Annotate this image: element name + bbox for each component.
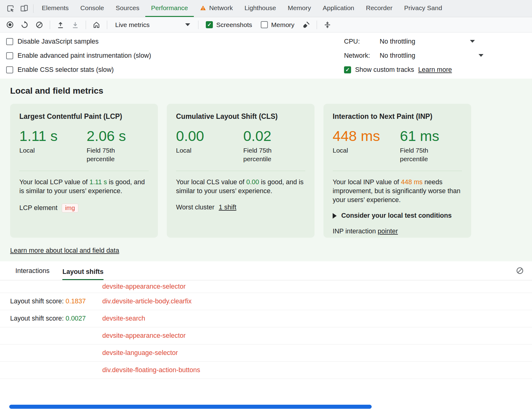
tab-label: Elements [42,4,69,12]
capture-settings-right: CPU: No throttling Network: No throttlin… [344,34,532,77]
load-profile-button[interactable] [54,18,67,31]
tab-elements[interactable]: Elements [36,0,75,17]
worst-cluster-label: Worst cluster [176,204,214,211]
layout-shift-row[interactable]: devsite-appearance-selector [0,280,532,293]
checkbox-unchecked-icon[interactable] [6,38,13,45]
shift-score-label: Layout shift score: [10,315,65,322]
learn-more-link[interactable]: Learn more [418,66,452,74]
shift-node-link[interactable]: devsite-language-selector [102,349,178,357]
chevron-down-icon [479,54,483,57]
network-throttling-row[interactable]: Network: No throttling [344,49,483,63]
download-icon [71,21,79,29]
checkbox-unchecked-icon[interactable] [261,21,268,28]
clear-icon [35,21,43,29]
record-button[interactable] [3,18,17,31]
shift-node-link[interactable]: div.devsite-floating-action-buttons [102,366,200,374]
reload-and-record-button[interactable] [18,18,31,31]
shift-score-value: 0.0027 [65,315,86,322]
layout-shift-row[interactable]: Layout shift score: 0.0027 devsite-searc… [0,310,532,327]
css-selector-stats-row[interactable]: Enable CSS selector stats (slow) [2,63,151,77]
show-custom-tracks-row[interactable]: Show custom tracks Learn more [344,63,483,77]
cpu-label: CPU: [344,38,380,45]
shift-node-link[interactable]: devsite-appearance-selector [102,283,186,290]
inspect-element-button[interactable] [4,0,17,17]
disclosure-label: Consider your local test conditions [341,212,452,220]
cls-field-value: 0.02 [243,128,311,144]
inp-values: 448 ms Local 61 ms Field 75th percentile [333,128,462,163]
inp-interaction-label: INP interaction [333,228,376,235]
tab-recorder[interactable]: Recorder [360,0,398,17]
cpu-throttling-value[interactable]: No throttling [380,38,415,45]
cls-local-group: 0.00 Local [176,128,243,163]
live-metrics-home-button[interactable] [90,18,103,31]
inp-interaction-link[interactable]: pointer [378,228,398,235]
cls-local-value: 0.00 [176,128,243,144]
live-metrics-log: Interactions Layout shifts devsite-appea… [0,261,532,379]
history-dropdown[interactable]: Live metrics [111,21,194,29]
clear-button[interactable] [33,18,46,31]
clear-log-button[interactable] [516,267,524,275]
fit-view-button[interactable] [321,18,334,31]
record-icon [6,21,14,29]
tab-memory[interactable]: Memory [282,0,317,17]
advanced-paint-row[interactable]: Enable advanced paint instrumentation (s… [2,49,151,63]
local-test-conditions-disclosure[interactable]: Consider your local test conditions [333,212,462,220]
disable-js-samples-row[interactable]: Disable JavaScript samples [2,34,151,49]
lcp-field-label: Field 75th percentile [87,146,125,164]
device-toolbar-button[interactable] [17,0,31,17]
screenshots-checkbox-row[interactable]: Screenshots [202,21,256,29]
capture-settings-left: Disable JavaScript samples Enable advanc… [2,34,151,77]
inp-field-label: Field 75th percentile [400,146,438,164]
layout-shift-row[interactable]: devsite-language-selector [0,345,532,362]
divider [107,21,107,29]
history-dropdown-value: Live metrics [115,21,150,29]
layout-shift-row[interactable]: devsite-appearance-selector [0,327,532,345]
horizontal-scrollbar-thumb[interactable] [9,405,372,409]
inspect-icon [6,4,15,13]
layout-shift-row[interactable]: Layout shift score: 0.1837 div.devsite-a… [0,293,532,310]
tab-interactions[interactable]: Interactions [15,267,49,280]
inp-card: Interaction to Next Paint (INP) 448 ms L… [323,104,471,238]
desc-value: 1.11 s [89,178,107,186]
lcp-values: 1.11 s Local 2.06 s Field 75th percentil… [19,128,149,163]
inp-card-title: Interaction to Next Paint (INP) [333,112,462,121]
tab-privacy-sandbox[interactable]: Privacy Sand [398,0,448,17]
checkbox-checked-icon[interactable] [344,66,351,73]
checkbox-unchecked-icon[interactable] [6,66,13,73]
lcp-element-label: LCP element [19,204,57,212]
shift-node-link[interactable]: devsite-appearance-selector [102,332,186,340]
shift-node-link[interactable]: div.devsite-article-body.clearfix [102,298,192,305]
worst-cluster-link[interactable]: 1 shift [219,204,236,211]
tab-application[interactable]: Application [317,0,360,17]
shift-score-cell: Layout shift score: 0.1837 [10,298,102,305]
tab-console[interactable]: Console [75,0,110,17]
divider [176,171,305,171]
tab-label: Console [80,4,104,12]
lcp-card: Largest Contentful Paint (LCP) 1.11 s Lo… [10,104,158,238]
lcp-element-node-chip[interactable]: img [62,204,78,212]
tab-sources[interactable]: Sources [110,0,145,17]
tab-label: Memory [288,4,311,12]
tab-layout-shifts[interactable]: Layout shifts [62,268,104,280]
tab-performance[interactable]: Performance [145,0,194,17]
tab-network[interactable]: Network [194,0,239,17]
checkbox-checked-icon[interactable] [206,21,213,28]
tab-lighthouse[interactable]: Lighthouse [239,0,282,17]
capture-settings: Disable JavaScript samples Enable advanc… [0,33,532,79]
network-throttling-value[interactable]: No throttling [380,52,415,60]
learn-more-local-field-link[interactable]: Learn more about local and field data [10,247,119,255]
lcp-local-label: Local [19,146,58,155]
memory-checkbox-row[interactable]: Memory [257,21,298,29]
save-profile-button[interactable] [68,18,82,31]
lcp-local-group: 1.11 s Local [19,128,87,163]
disable-js-samples-label: Disable JavaScript samples [18,38,99,45]
layout-shift-row[interactable]: div.devsite-floating-action-buttons [0,362,532,379]
checkbox-unchecked-icon[interactable] [6,52,13,59]
memory-label: Memory [271,21,295,29]
upload-icon [57,21,65,29]
cpu-throttling-row[interactable]: CPU: No throttling [344,34,483,49]
collect-garbage-button[interactable] [299,18,313,31]
cls-values: 0.00 Local 0.02 Field 75th percentile [176,128,305,163]
advanced-paint-label: Enable advanced paint instrumentation (s… [18,52,151,60]
shift-node-link[interactable]: devsite-search [102,315,145,322]
